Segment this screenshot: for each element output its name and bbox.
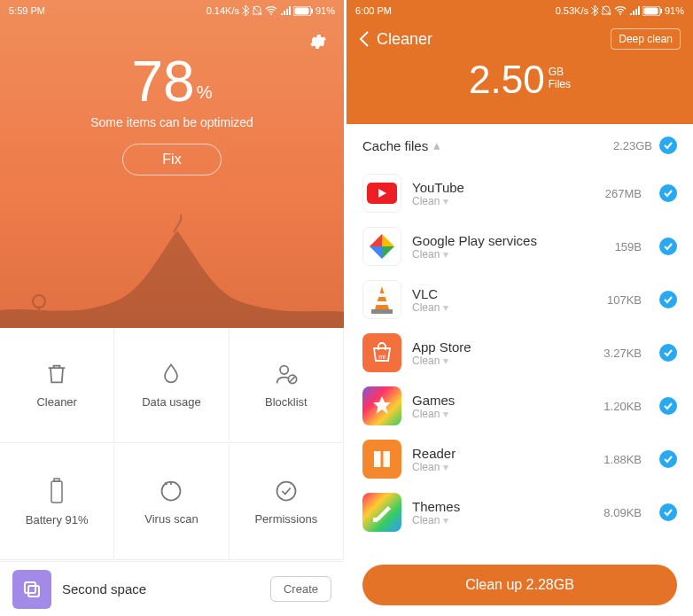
checkbox[interactable] [659,344,677,362]
unit-files: Files [549,78,571,90]
data-usage-tile[interactable]: Data usage [114,328,229,443]
tile-label: Cleaner [36,395,77,409]
app-row[interactable]: ReaderClean▾1.88KB [346,433,693,486]
caret-down-icon: ▾ [443,514,448,526]
permissions-tile[interactable]: Permissions [230,445,344,560]
checkbox[interactable] [659,238,677,255]
alarm-off-icon [601,5,611,16]
app-sub: Clean▾ [412,195,595,207]
app-row[interactable]: YouTubeClean▾267MB [346,167,693,220]
svg-rect-14 [28,586,39,597]
score-subtitle: Some items can be optimized [90,115,253,129]
app-info: ThemesClean▾ [412,499,593,526]
svg-line-8 [290,377,295,382]
bluetooth-icon [242,5,249,16]
section-header[interactable]: Cache files ▴ 2.23GB [346,124,693,167]
caret-down-icon: ▾ [443,195,448,207]
app-size: 267MB [605,187,642,200]
app-info: App StoreClean▾ [412,339,593,367]
settings-button[interactable] [308,32,328,55]
second-space-icon [12,570,51,609]
blocklist-tile[interactable]: Blocklist [230,328,344,443]
app-size: 1.20KB [603,400,642,413]
signal-icon [280,6,291,15]
checkbox[interactable] [659,136,677,154]
tile-label: Data usage [142,395,201,409]
app-icon [362,440,401,479]
app-size: 8.09KB [603,506,642,519]
checkbox[interactable] [659,291,677,308]
caret-down-icon: ▾ [443,301,448,314]
app-row[interactable]: Google Play servicesClean▾159B [346,220,693,273]
clean-button[interactable]: Clean up 2.28GB [362,565,677,605]
tile-label: Virus scan [144,512,198,526]
scan-icon [159,479,183,503]
footer: Clean up 2.28GB [346,554,693,616]
battery-tile[interactable]: Battery 91% [0,445,114,560]
svg-point-4 [33,295,45,308]
app-size: 107KB [607,293,642,307]
cleaner-screen: 6:00 PM 0.53K/s 91% Cleaner Deep clean 2… [346,0,693,616]
app-sub: Clean▾ [412,248,604,261]
caret-down-icon: ▾ [443,355,448,367]
status-icons: 0.53K/s 91% [556,5,684,16]
second-space-title: Second space [62,581,260,597]
optimizer-screen: 5:59 PM 0.14K/s 91% 78 % Some items can … [0,0,346,616]
app-row[interactable]: ThemesClean▾8.09KB [346,486,693,539]
checkbox[interactable] [659,184,677,202]
battery-icon [642,6,662,16]
deep-clean-button[interactable]: Deep clean [611,28,681,50]
app-name: Games [412,393,593,408]
nav-bar: Cleaner Deep clean [346,21,693,57]
tile-label: Permissions [254,512,317,526]
app-icon [362,227,401,266]
battery-pct: 91% [665,5,684,16]
signal-icon [629,6,640,15]
checkbox[interactable] [659,503,677,521]
app-sub: Clean▾ [412,355,593,367]
app-size: 3.27KB [603,347,642,360]
app-info: ReaderClean▾ [412,446,593,473]
section-name: Cache files [362,138,428,153]
tile-label: Blocklist [265,395,308,409]
app-row[interactable]: GamesClean▾1.20KB [346,379,693,433]
app-icon: mi [362,333,401,372]
cache-list[interactable]: Cache files ▴ 2.23GB YouTubeClean▾267MBG… [346,124,693,554]
app-icon [362,174,401,213]
app-sub: Clean▾ [412,514,593,526]
virus-scan-tile[interactable]: Virus scan [114,445,229,560]
app-icon [362,386,401,425]
app-info: Google Play servicesClean▾ [412,233,604,261]
svg-rect-17 [643,7,658,14]
svg-point-0 [270,13,272,15]
app-row[interactable]: miApp StoreClean▾3.27KB [346,326,693,379]
app-size: 1.88KB [603,453,642,466]
svg-text:mi: mi [378,354,385,360]
back-icon[interactable] [359,30,370,48]
app-info: GamesClean▾ [412,393,593,420]
wifi-icon [614,6,627,15]
app-sub: Clean▾ [412,408,593,420]
cleaner-tile[interactable]: Cleaner [0,328,114,443]
app-name: App Store [412,339,593,355]
volcano-illustration [0,213,346,328]
app-name: Google Play services [412,233,604,248]
time: 5:59 PM [9,5,45,16]
wifi-icon [265,6,277,15]
total-number: 2.50 [469,60,545,99]
checkbox[interactable] [659,397,677,415]
app-info: YouTubeClean▾ [412,180,595,207]
svg-rect-21 [377,301,387,305]
statusbar: 5:59 PM 0.14K/s 91% [0,0,344,21]
battery-icon [293,6,313,16]
checkbox[interactable] [659,450,677,468]
app-row[interactable]: VLCClean▾107KB [346,273,693,326]
svg-rect-10 [54,479,59,481]
svg-point-6 [280,366,288,374]
create-button[interactable]: Create [270,576,331,602]
fix-button[interactable]: Fix [122,144,221,175]
second-space-row[interactable]: Second space Create [0,561,344,616]
app-sub: Clean▾ [412,301,596,314]
app-icon [362,280,401,319]
optimization-score: 78 % [132,53,213,110]
